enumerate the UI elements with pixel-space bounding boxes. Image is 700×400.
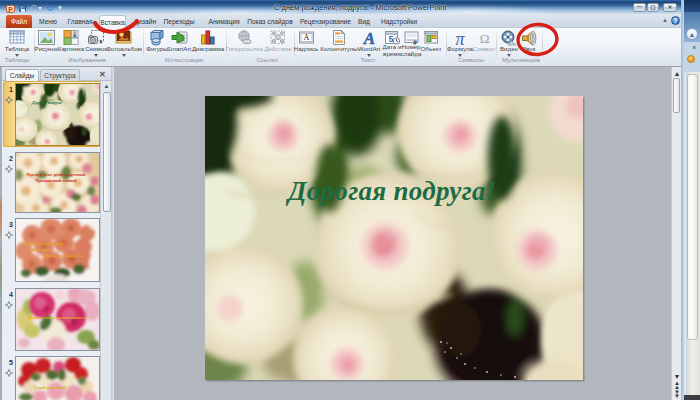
- svg-text:A: A: [304, 33, 310, 42]
- svg-text:Сияй улыбкой: Сияй улыбкой: [34, 385, 66, 390]
- svg-text:всё, что: всё, что: [31, 247, 49, 252]
- svg-text:A: A: [363, 30, 375, 46]
- svg-text:Ω: Ω: [480, 31, 490, 46]
- svg-text:Верь в силу исполнимости: Верь в силу исполнимости: [28, 315, 88, 320]
- svg-text:Друзья и радость: Друзья и радость: [45, 253, 84, 258]
- svg-text:5: 5: [388, 34, 393, 44]
- svg-text:Прекрасный самый: Прекрасный самый: [35, 178, 76, 183]
- svg-text:Пусть в жизни будет: Пусть в жизни будет: [22, 241, 68, 246]
- svg-text:Пусть в этот день чудесный: Пусть в этот день чудесный: [27, 172, 86, 177]
